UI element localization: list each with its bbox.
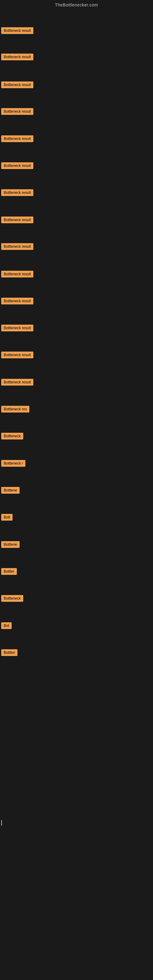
bottleneck-badge-20[interactable]: Bottlene	[1, 541, 19, 548]
bottleneck-row-19: Bott	[0, 513, 153, 523]
site-title: TheBottlenecker.com	[0, 0, 153, 9]
text-cursor	[1, 820, 2, 826]
bottleneck-badge-19[interactable]: Bott	[1, 514, 13, 520]
bottleneck-row-21: Bottler	[0, 567, 153, 577]
bottleneck-row-8: Bottleneck result	[0, 215, 153, 226]
bottleneck-badge-22[interactable]: Bottleneck	[1, 595, 23, 602]
bottleneck-row-2: Bottleneck result	[0, 52, 153, 63]
bottleneck-badge-12[interactable]: Bottleneck result	[1, 325, 33, 331]
bottleneck-badge-11[interactable]: Bottleneck result	[1, 298, 33, 304]
bottleneck-row-17: Bottleneck r	[0, 459, 153, 469]
bottleneck-row-13: Bottleneck result	[0, 350, 153, 361]
bottleneck-row-12: Bottleneck result	[0, 323, 153, 334]
bottleneck-badge-14[interactable]: Bottleneck result	[1, 379, 33, 385]
bottleneck-row-22: Bottleneck	[0, 594, 153, 604]
bottleneck-row-10: Bottleneck result	[0, 269, 153, 280]
bottleneck-row-15: Bottleneck res	[0, 404, 153, 415]
bottleneck-row-9: Bottleneck result	[0, 242, 153, 252]
bottleneck-row-20: Bottlene	[0, 540, 153, 550]
bottleneck-badge-24[interactable]: Bottlen	[1, 649, 18, 656]
bottleneck-row-14: Bottleneck result	[0, 378, 153, 388]
bottleneck-row-5: Bottleneck result	[0, 134, 153, 145]
bottleneck-badge-18[interactable]: Bottlene	[1, 487, 19, 494]
bottleneck-row-16: Bottleneck	[0, 431, 153, 442]
bottleneck-row-6: Bottleneck result	[0, 161, 153, 172]
bottleneck-badge-9[interactable]: Bottleneck result	[1, 243, 33, 250]
bottleneck-badge-17[interactable]: Bottleneck r	[1, 460, 26, 467]
bottleneck-badge-10[interactable]: Bottleneck result	[1, 271, 33, 277]
bottleneck-row-1: Bottleneck result	[0, 26, 153, 37]
bottleneck-badge-2[interactable]: Bottleneck result	[1, 54, 33, 60]
bottleneck-row-3: Bottleneck result	[0, 80, 153, 91]
bottleneck-badge-8[interactable]: Bottleneck result	[1, 216, 33, 223]
bottleneck-row-4: Bottleneck result	[0, 107, 153, 117]
bottleneck-badge-21[interactable]: Bottler	[1, 568, 17, 575]
bottleneck-badge-5[interactable]: Bottleneck result	[1, 135, 33, 142]
bottleneck-badge-1[interactable]: Bottleneck result	[1, 27, 33, 34]
bottleneck-row-23: Bot	[0, 621, 153, 632]
bottleneck-badge-4[interactable]: Bottleneck result	[1, 108, 33, 115]
bottleneck-row-11: Bottleneck result	[0, 296, 153, 307]
bottleneck-row-24: Bottlen	[0, 648, 153, 659]
bottleneck-badge-13[interactable]: Bottleneck result	[1, 352, 33, 358]
bottleneck-badge-16[interactable]: Bottleneck	[1, 433, 23, 439]
bottleneck-badge-15[interactable]: Bottleneck res	[1, 406, 29, 412]
bottleneck-row-18: Bottlene	[0, 486, 153, 496]
bottleneck-badge-3[interactable]: Bottleneck result	[1, 81, 33, 88]
bottleneck-row-7: Bottleneck result	[0, 188, 153, 199]
bottleneck-badge-6[interactable]: Bottleneck result	[1, 162, 33, 169]
bottleneck-badge-7[interactable]: Bottleneck result	[1, 189, 33, 196]
bottleneck-badge-23[interactable]: Bot	[1, 622, 12, 629]
